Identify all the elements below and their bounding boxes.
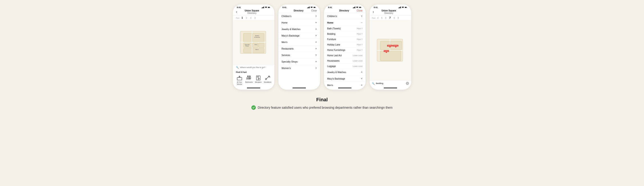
dir-item-jewelry-2[interactable]: Jewelry & Watches + bbox=[278, 26, 320, 33]
subitem-bedding-name-3: Bedding bbox=[327, 33, 336, 35]
subitem-furniture-floor-3: Floor 7 bbox=[357, 38, 362, 40]
svg-rect-25 bbox=[307, 8, 308, 8]
map-area-1: Jewelry& Watches SpecialtyShops Story Me… bbox=[233, 20, 274, 65]
subitem-bath-3[interactable]: Bath (Towels) Floor 7 bbox=[324, 26, 366, 31]
dir-item-name-mens-3: Men's bbox=[327, 84, 333, 86]
dir-item-specialty-2[interactable]: Specialty Shops + bbox=[278, 58, 320, 65]
floor-tab-8-4[interactable]: 8 bbox=[392, 16, 396, 20]
status-bar-4: 9:41 bbox=[370, 5, 411, 9]
subitem-bath-floor-3: Floor 7 bbox=[357, 28, 362, 30]
subitem-furniture-3[interactable]: Furniture Floor 7 bbox=[324, 37, 366, 42]
directory-label-4: Directory bbox=[384, 12, 393, 14]
dir-item-mens-3[interactable]: Men's + bbox=[324, 82, 366, 86]
map-area-4: Bedding Bedding Bedding bbox=[370, 20, 411, 80]
subitem-homelastact-floor-3: Lower Level bbox=[353, 54, 362, 56]
dir-item-jewelry-3[interactable]: Jewelry & Watches + bbox=[324, 69, 366, 75]
floor-tab-9-4[interactable]: 9 bbox=[396, 16, 400, 20]
time-4: 9:41 bbox=[374, 6, 378, 9]
subitem-luggage-name-3: Luggage bbox=[327, 65, 336, 67]
subitem-luggage-floor-3: Lower Level bbox=[353, 65, 362, 67]
battery-icon-4 bbox=[405, 7, 407, 8]
floor-tab-3[interactable]: 3 bbox=[249, 16, 252, 20]
svg-rect-13 bbox=[244, 48, 264, 53]
wifi-icon-2 bbox=[310, 7, 313, 8]
floor-tab-2[interactable]: 2 bbox=[245, 16, 248, 20]
dir-item-plus-home-2: + bbox=[315, 21, 317, 24]
dir-item-mens-2[interactable]: Men's + bbox=[278, 39, 320, 45]
floor-tab-1-active[interactable]: 1 bbox=[240, 16, 244, 20]
pin-label-3: Bedding bbox=[384, 50, 389, 52]
svg-point-18 bbox=[239, 76, 240, 76]
svg-rect-9 bbox=[244, 33, 252, 42]
subitem-homelastact-3[interactable]: Home Last Act Lower Level bbox=[324, 53, 366, 58]
search-icon-1: 🔍 bbox=[236, 66, 238, 69]
dir-item-services-2[interactable]: Services + bbox=[278, 52, 320, 58]
close-btn-2[interactable]: Close bbox=[311, 10, 317, 12]
subitem-furniture-name-3: Furniture bbox=[327, 38, 336, 41]
dir-item-backstage-3[interactable]: Macy's Backstage + bbox=[324, 75, 366, 82]
floor-tab-5-4[interactable]: 5 bbox=[380, 16, 384, 20]
find-fast-elevators[interactable]: Elevators bbox=[255, 75, 262, 85]
floor-tab-4-4[interactable]: 4 bbox=[376, 16, 380, 20]
phone4-header: ‹ Union Square Directory bbox=[370, 9, 411, 16]
dir-item-home-3-header[interactable]: Home − bbox=[324, 20, 366, 26]
search-input-1[interactable] bbox=[240, 66, 271, 69]
floor-tab-7-4[interactable]: 7 bbox=[388, 16, 392, 20]
subitem-housewares-3[interactable]: Housewares Lower Level bbox=[324, 58, 366, 64]
find-fast-restrooms[interactable]: Restrooms bbox=[245, 75, 253, 85]
floor-label-4: Floor bbox=[372, 17, 376, 19]
dir-item-name-jewelry-3: Jewelry & Watches bbox=[327, 71, 346, 73]
directory-list-3: Children's + Home − Bath (Towels) Floor … bbox=[324, 13, 366, 86]
home-indicator-3 bbox=[324, 86, 366, 90]
map-label-specialty: SpecialtyShops bbox=[245, 44, 250, 47]
status-bar-2: 9:41 bbox=[278, 5, 320, 9]
directory-list-2: Children's + Home + Jewelry & Watches + … bbox=[278, 13, 320, 86]
dir-item-home-2[interactable]: Home + bbox=[278, 20, 320, 26]
signal-icon-2 bbox=[307, 7, 310, 8]
dir-item-restaurants-2[interactable]: Restaurants + bbox=[278, 45, 320, 52]
home-bar-4 bbox=[384, 88, 397, 88]
map-pin-1: Bedding bbox=[387, 45, 392, 48]
subitem-holiday-3[interactable]: Holiday Lane Floor 7 bbox=[324, 42, 366, 48]
pin-arrow-1 bbox=[389, 47, 391, 48]
search-input-4[interactable] bbox=[376, 82, 404, 84]
floor-tab-6-4[interactable]: 6 bbox=[384, 16, 388, 20]
search-clear-btn-4[interactable]: ✕ bbox=[406, 82, 409, 85]
floor-tabs-4: Floor 4 5 6 7 8 9 bbox=[370, 16, 411, 20]
dir-item-plus-services-2: + bbox=[315, 54, 317, 56]
svg-rect-40 bbox=[399, 7, 400, 8]
directory-title-3: Directory bbox=[339, 10, 349, 12]
svg-rect-1 bbox=[262, 7, 263, 8]
home-indicator-1 bbox=[233, 86, 274, 90]
svg-rect-2 bbox=[263, 7, 264, 8]
wifi-icon bbox=[265, 7, 267, 8]
floor-tab-4[interactable]: 4 bbox=[253, 16, 257, 20]
service-icon bbox=[236, 75, 243, 81]
svg-rect-32 bbox=[353, 8, 353, 8]
phone1-title-section: Union Square Directory bbox=[237, 10, 267, 14]
subitem-luggage-3[interactable]: Luggage Lower Level bbox=[324, 64, 366, 69]
escalators-svg bbox=[264, 75, 271, 80]
find-fast-service[interactable]: At YourService bbox=[236, 75, 243, 85]
svg-rect-16 bbox=[237, 77, 242, 80]
close-btn-3[interactable]: Close bbox=[357, 10, 362, 12]
find-fast-escalators[interactable]: Escalators bbox=[264, 75, 271, 85]
dir-item-childrens-3[interactable]: Children's + bbox=[324, 13, 366, 20]
store-name-1: Union Square bbox=[245, 10, 259, 12]
bottom-section: Final Directory feature satisfied users … bbox=[251, 97, 392, 110]
dir-item-childrens-2[interactable]: Children's + bbox=[278, 13, 320, 20]
subitem-homefurnishings-floor-3: Floor 7 bbox=[357, 49, 362, 51]
map-pin-3: Bedding bbox=[384, 50, 389, 53]
dir-item-backstage-2[interactable]: Macy's Backstage + bbox=[278, 33, 320, 39]
subitem-bedding-3[interactable]: Bedding Floor 7 bbox=[324, 31, 366, 37]
svg-point-19 bbox=[247, 76, 248, 77]
store-map-svg-1 bbox=[239, 30, 268, 55]
elevators-svg bbox=[255, 75, 262, 80]
svg-rect-35 bbox=[355, 7, 355, 8]
dir-item-womens-2[interactable]: Women's + bbox=[278, 65, 320, 71]
subitem-homefurnishings-3[interactable]: Home Furnishings Floor 7 bbox=[324, 48, 366, 53]
battery-icon-3 bbox=[359, 7, 362, 8]
svg-point-20 bbox=[249, 76, 250, 77]
escalators-label: Escalators bbox=[264, 81, 271, 83]
checkmark-icon bbox=[252, 106, 255, 109]
